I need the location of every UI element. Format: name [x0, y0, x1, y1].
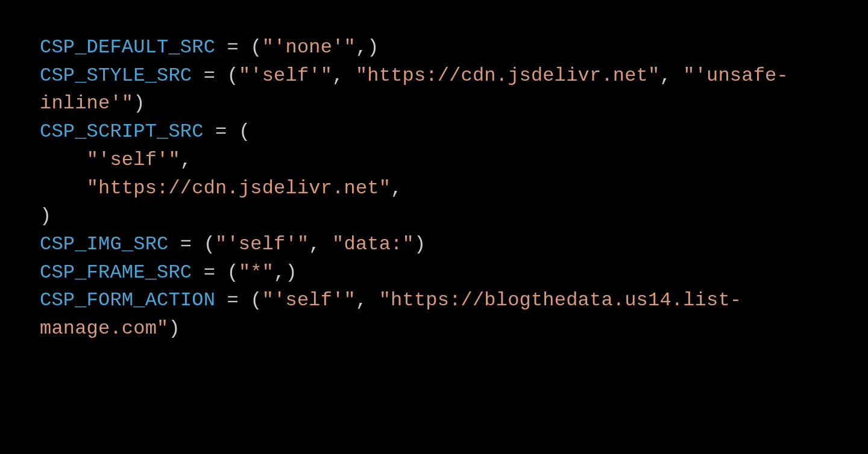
code-token: = [204, 120, 239, 143]
code-token: = [215, 36, 250, 58]
code-token: "https://cdn.jsdelivr.net" [87, 177, 391, 199]
code-token: "'self'" [215, 233, 309, 255]
code-token: "'self'" [87, 149, 180, 171]
code-token: CSP_DEFAULT_SRC [40, 36, 215, 58]
code-token: "data:" [332, 233, 414, 255]
code-token: ,) [274, 261, 297, 284]
code-token: CSP_SCRIPT_SRC [40, 120, 204, 143]
code-token: ( [250, 36, 262, 58]
code-token: = [192, 261, 227, 284]
code-token: "*" [239, 261, 274, 284]
code-token: "https://cdn.jsdelivr.net" [356, 64, 659, 87]
code-token: "'none'" [262, 36, 356, 58]
code-token: CSP_FRAME_SRC [40, 261, 192, 284]
code-token: ) [133, 92, 145, 114]
code-token: ,) [356, 36, 379, 58]
code-token: = [192, 64, 227, 87]
code-token: , [309, 233, 332, 255]
code-token: ( [250, 289, 262, 311]
code-token: ) [168, 317, 180, 340]
code-token: ( [227, 261, 238, 284]
code-token: CSP_FORM_ACTION [40, 289, 215, 311]
code-token: ( [239, 120, 250, 143]
code-token: , [332, 64, 356, 87]
code-token: , [180, 149, 192, 171]
code-token [40, 177, 87, 199]
code-token: ) [414, 233, 426, 255]
code-token: , [391, 177, 402, 199]
code-token: CSP_STYLE_SRC [40, 64, 192, 87]
code-block: CSP_DEFAULT_SRC = ("'none'",) CSP_STYLE_… [0, 0, 868, 377]
code-token: "'self'" [262, 289, 356, 311]
code-token: CSP_IMG_SRC [40, 233, 168, 255]
code-token: = [215, 289, 250, 311]
code-token: ) [40, 205, 51, 227]
code-token: = [168, 233, 203, 255]
code-token: "'self'" [239, 64, 332, 87]
code-token: , [659, 64, 683, 87]
code-token: , [356, 289, 379, 311]
code-token [40, 149, 87, 171]
code-token: ( [204, 233, 215, 255]
code-token: ( [227, 64, 238, 87]
